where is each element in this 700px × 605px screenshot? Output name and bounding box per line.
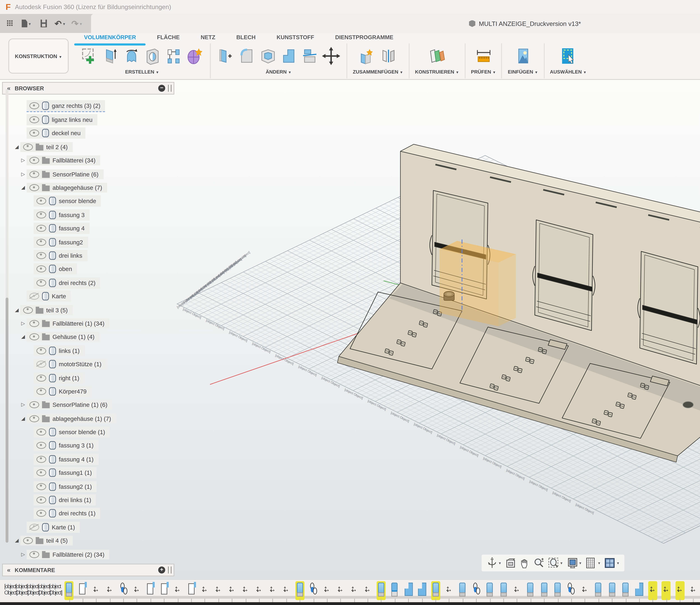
collapse-panel-icon[interactable]: « xyxy=(7,566,10,574)
tree-item-label[interactable]: Karte (1) xyxy=(52,524,75,531)
timeline-feature-item[interactable] xyxy=(485,581,494,598)
timeline-feature-item[interactable] xyxy=(540,581,549,598)
timeline-feature-item[interactable] xyxy=(146,581,155,598)
add-comment-icon[interactable]: + xyxy=(158,566,165,574)
timeline-feature-item[interactable] xyxy=(458,581,467,598)
tree-item-label[interactable]: links (1) xyxy=(59,347,80,354)
ribbon-tab[interactable]: NETZ xyxy=(199,34,217,41)
tree-row[interactable]: fassung 4 (1) xyxy=(2,453,174,466)
tree-row[interactable]: right (1) xyxy=(2,371,174,385)
tree-row[interactable]: deckel neu xyxy=(2,127,174,140)
tree-row[interactable]: sensor blende xyxy=(2,195,174,208)
tree-row[interactable]: Karte (1) xyxy=(2,521,174,534)
timeline-feature-item[interactable] xyxy=(105,581,114,598)
timeline-feature-item[interactable] xyxy=(607,581,617,598)
visibility-eye-icon[interactable] xyxy=(36,225,46,232)
file-menu-button[interactable]: ▼ xyxy=(20,17,33,30)
scrollbar-thumb[interactable] xyxy=(6,297,8,543)
timeline-feature-item[interactable] xyxy=(404,581,413,598)
visibility-eye-icon[interactable] xyxy=(23,537,33,544)
timeline-feature-item[interactable] xyxy=(526,581,535,598)
timeline-feature-item[interactable] xyxy=(553,581,562,598)
visibility-eye-icon[interactable] xyxy=(29,524,39,531)
visibility-eye-icon[interactable] xyxy=(36,374,46,381)
timeline-feature-item[interactable] xyxy=(336,581,345,598)
visibility-eye-icon[interactable] xyxy=(36,198,46,205)
rib-button[interactable] xyxy=(164,44,183,68)
tree-item-label[interactable]: fassung2 (1) xyxy=(59,483,92,490)
group-label-pruefen[interactable]: PRÜFEN ▼ xyxy=(471,69,496,74)
visibility-eye-icon[interactable] xyxy=(29,320,39,327)
look-at-button[interactable] xyxy=(504,556,516,570)
tree-row[interactable]: Fallblätterei (34) xyxy=(2,154,174,167)
tree-row[interactable]: ablagegehäuse (1) (7) xyxy=(2,412,174,425)
tree-item-label[interactable]: fassung 4 (1) xyxy=(59,456,94,463)
fit-button[interactable]: ▼ xyxy=(547,556,564,570)
timeline-feature-item[interactable] xyxy=(512,581,521,598)
tree-item-label[interactable]: fassung 3 xyxy=(59,211,84,218)
pan-button[interactable] xyxy=(519,556,530,570)
tree-row[interactable]: sensor blende (1) xyxy=(2,425,174,439)
timeline-feature-item[interactable] xyxy=(689,581,698,598)
tree-row[interactable]: ablagegehäuse (7) xyxy=(2,181,174,195)
tree-item-label[interactable]: drei rechts (1) xyxy=(59,510,96,517)
tree-item-label[interactable]: ablagegehäuse (7) xyxy=(52,184,102,191)
visibility-eye-icon[interactable] xyxy=(29,334,39,341)
tree-row[interactable]: Fallblätterei (2) (34) xyxy=(2,548,174,561)
timeline-feature-item[interactable] xyxy=(431,581,440,598)
expand-toggle-icon[interactable] xyxy=(20,416,27,421)
viewports-button[interactable]: ▼ xyxy=(604,556,621,570)
tree-row[interactable]: drei rechts (1) xyxy=(2,507,174,521)
visibility-eye-icon[interactable] xyxy=(36,211,46,218)
timeline-feature-item[interactable] xyxy=(186,581,196,598)
display-settings-button[interactable]: ▼ xyxy=(566,556,583,570)
timeline-feature-item[interactable] xyxy=(580,581,589,598)
timeline-feature-item[interactable] xyxy=(65,581,74,598)
timeline-feature-item[interactable] xyxy=(567,581,576,598)
timeline-feature-item[interactable] xyxy=(349,581,358,598)
visibility-eye-icon[interactable] xyxy=(23,143,33,150)
timeline-feature-item[interactable] xyxy=(621,581,630,598)
visibility-eye-icon[interactable] xyxy=(29,415,39,422)
tree-row[interactable]: SensorPlatine (1) (6) xyxy=(2,398,174,412)
tree-item-label[interactable]: drei links xyxy=(59,252,82,259)
timeline-feature-item[interactable] xyxy=(363,581,372,598)
timeline-feature-item[interactable] xyxy=(268,581,277,598)
timeline-feature-item[interactable] xyxy=(661,581,671,598)
playback-button[interactable]: [object Object] xyxy=(38,583,47,596)
timeline-feature-item[interactable] xyxy=(92,581,101,598)
visibility-eye-icon[interactable] xyxy=(29,551,39,558)
viewport-canvas[interactable]: [object Object][object Object][object Ob… xyxy=(0,80,700,580)
tree-item-label[interactable]: teil 3 (5) xyxy=(46,307,68,313)
visibility-eye-icon[interactable] xyxy=(29,184,39,191)
visibility-eye-icon[interactable] xyxy=(36,279,46,286)
timeline-feature-item[interactable] xyxy=(254,581,264,598)
orbit-button[interactable]: ▼ xyxy=(485,556,502,570)
timeline-feature-item[interactable] xyxy=(227,581,236,598)
tree-item-label[interactable]: ablagegehäuse (1) (7) xyxy=(52,415,111,422)
timeline-feature-item[interactable] xyxy=(675,581,684,598)
visibility-eye-icon[interactable] xyxy=(36,239,46,245)
tree-row[interactable]: fassung 3 xyxy=(2,208,174,222)
tree-item-label[interactable]: fassung 3 (1) xyxy=(59,442,94,449)
new-component-button[interactable] xyxy=(358,44,377,68)
group-label-zusammenfuegen[interactable]: ZUSAMMENFÜGEN ▼ xyxy=(353,69,403,74)
timeline-feature-item[interactable] xyxy=(173,581,182,598)
visibility-eye-icon[interactable] xyxy=(36,456,46,463)
tree-row[interactable]: oben xyxy=(2,262,174,276)
fillet-button[interactable] xyxy=(237,44,257,68)
timeline-feature-item[interactable] xyxy=(159,581,169,598)
comments-header[interactable]: « KOMMENTARE + xyxy=(2,564,174,576)
tree-item-label[interactable]: Fallblätterei (34) xyxy=(52,157,96,164)
tree-row[interactable]: Körper479 xyxy=(2,385,174,398)
select-button[interactable] xyxy=(558,44,578,68)
group-label-konstruieren[interactable]: KONSTRUIEREN ▼ xyxy=(415,69,459,74)
tree-item-label[interactable]: fassung2 xyxy=(59,239,83,245)
split-body-button[interactable] xyxy=(300,44,320,68)
expand-toggle-icon[interactable] xyxy=(20,185,27,191)
joint-button[interactable] xyxy=(379,44,398,68)
tree-row[interactable]: liganz links neu xyxy=(2,113,174,127)
tree-item-label[interactable]: drei links (1) xyxy=(59,497,91,504)
app-grid-menu-button[interactable] xyxy=(3,17,17,30)
tree-row[interactable]: ganz rechts (3) (2) xyxy=(2,99,174,113)
